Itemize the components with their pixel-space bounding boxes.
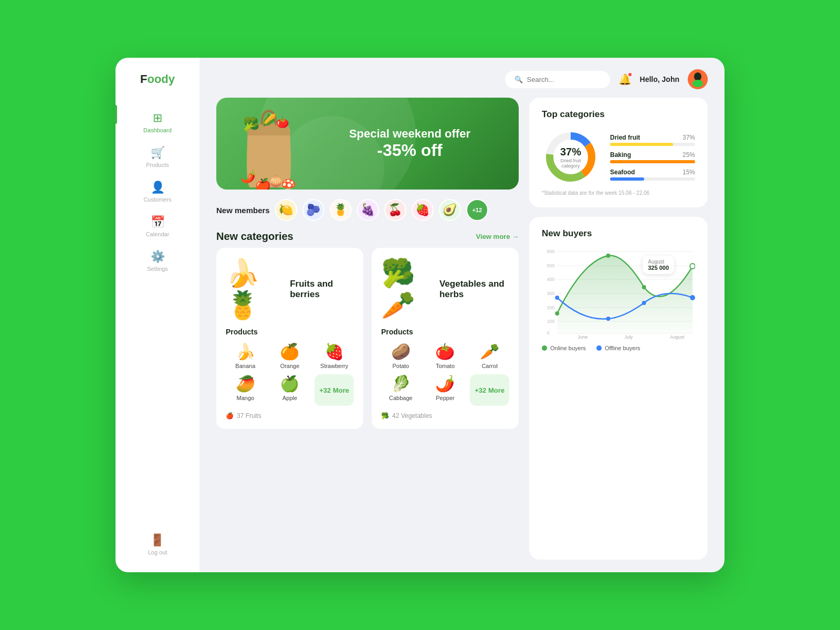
- svg-point-28: [555, 311, 559, 316]
- member-avatar-0[interactable]: 🍋: [275, 199, 297, 221]
- new-categories-section: New categories View more → 🍌🍍 Fruits and…: [216, 230, 519, 429]
- svg-text:June: June: [578, 334, 587, 340]
- mango-label: Mango: [237, 395, 255, 401]
- donut-chart: 37% Dried fruit category: [542, 128, 600, 186]
- vegetables-more-button[interactable]: +32 More: [470, 374, 509, 406]
- logo: Foody: [140, 72, 175, 86]
- member-avatar-3[interactable]: 🍇: [357, 199, 379, 221]
- product-item-orange[interactable]: 🍊 Orange: [270, 342, 310, 369]
- header: 🔍 🔔 Hello, John: [200, 58, 724, 89]
- svg-point-29: [606, 254, 611, 258]
- nav-calendar-wrap: 📅 Calendar: [116, 209, 200, 244]
- strawberry-label: Strawberry: [320, 363, 348, 369]
- legend-pct-seafood: 15%: [682, 169, 695, 176]
- grocery-bag-image: 🥦 🌽 🍅 🌶️ 🍎 🧅 🍄: [232, 98, 306, 190]
- calendar-icon: 📅: [151, 215, 165, 229]
- products-grid-vegetables: 🥔 Potato 🍅 Tomato 🥕 Carrot: [381, 342, 509, 406]
- orange-label: Orange: [280, 363, 300, 369]
- legend-bar-baking: [610, 160, 695, 163]
- fruits-count: 37 Fruits: [237, 412, 261, 419]
- orange-icon: 🍊: [280, 342, 299, 361]
- svg-text:🌶️: 🌶️: [240, 169, 256, 184]
- sidebar-item-products[interactable]: 🛒 Products: [116, 140, 200, 174]
- fruits-image: 🍌🍍: [226, 257, 284, 321]
- view-more-link[interactable]: View more →: [476, 233, 519, 240]
- legend-item-dried-fruit: Dried fruit 37%: [610, 134, 695, 146]
- svg-point-33: [606, 317, 611, 321]
- cabbage-icon: 🥬: [391, 374, 411, 393]
- legend-row-seafood: Seafood 15%: [610, 169, 695, 176]
- sidebar-item-logout[interactable]: 🚪 Log out: [148, 527, 167, 562]
- sidebar-item-label: Customers: [143, 196, 171, 203]
- top-cat-title: Top categories: [542, 109, 695, 120]
- sidebar-item-customers[interactable]: 👤 Customers: [116, 174, 200, 209]
- banana-label: Banana: [235, 363, 255, 369]
- sidebar-item-settings[interactable]: ⚙️ Settings: [116, 244, 200, 278]
- legend-name-seafood: Seafood: [610, 169, 635, 176]
- search-icon: 🔍: [514, 76, 523, 83]
- products-grid-fruits: 🍌 Banana 🍊 Orange 🍓 Strawberry: [226, 342, 354, 406]
- search-bar[interactable]: 🔍: [505, 71, 610, 88]
- product-item-carrot[interactable]: 🥕 Carrot: [470, 342, 509, 369]
- legend-bar-seafood: [610, 177, 695, 181]
- product-item-banana[interactable]: 🍌 Banana: [226, 342, 265, 369]
- svg-text:400: 400: [547, 277, 555, 282]
- member-avatar-5[interactable]: 🍓: [412, 199, 434, 221]
- offer-line1: Special weekend offer: [349, 127, 470, 141]
- cat-header-vegetables: 🥦🥕 Vegetables and herbs: [381, 257, 509, 321]
- customers-icon: 👤: [151, 181, 165, 194]
- svg-point-2: [692, 80, 703, 87]
- product-item-tomato[interactable]: 🍅 Tomato: [426, 342, 465, 369]
- legend-bar-fill-baking: [610, 160, 695, 163]
- svg-point-1: [694, 72, 701, 81]
- vegetables-image: 🥦🥕: [381, 257, 433, 321]
- products-icon: 🛒: [151, 146, 165, 160]
- product-item-cabbage[interactable]: 🥬 Cabbage: [381, 374, 421, 406]
- pepper-label: Pepper: [436, 395, 454, 401]
- member-more[interactable]: +12: [466, 199, 488, 221]
- cat-products-label-fruits: Products: [226, 328, 354, 336]
- potato-icon: 🥔: [391, 342, 411, 361]
- svg-text:🌽: 🌽: [262, 113, 276, 127]
- vegetables-icon-small: 🥦: [381, 412, 389, 419]
- sidebar: Foody ⊞ Dashboard 🛒 Products 👤 Customers…: [116, 58, 200, 572]
- sidebar-item-dashboard[interactable]: ⊞ Dashboard: [116, 105, 200, 140]
- new-buyers-card: New buyers 600 500 400 300 200 100 0: [529, 217, 708, 560]
- product-item-pepper[interactable]: 🌶️ Pepper: [426, 374, 465, 406]
- top-categories-card: Top categories: [529, 98, 708, 207]
- notification-bell[interactable]: 🔔: [618, 73, 632, 86]
- svg-text:July: July: [625, 334, 633, 340]
- member-avatar-1[interactable]: 🫐: [302, 199, 324, 221]
- product-item-strawberry[interactable]: 🍓 Strawberry: [314, 342, 354, 369]
- pepper-icon: 🌶️: [435, 374, 455, 393]
- svg-text:August: August: [670, 334, 685, 340]
- member-avatar-4[interactable]: 🍒: [384, 199, 406, 221]
- avatar[interactable]: [688, 69, 708, 89]
- offline-buyers-legend: Offline buyers: [596, 345, 640, 351]
- cat-name-fruits: Fruits and berries: [290, 279, 354, 300]
- logout-label: Log out: [148, 549, 167, 555]
- member-avatar-2[interactable]: 🍍: [330, 199, 352, 221]
- mango-icon: 🥭: [236, 374, 255, 393]
- search-input[interactable]: [527, 76, 601, 83]
- product-item-potato[interactable]: 🥔 Potato: [381, 342, 421, 369]
- logo-f: F: [140, 72, 147, 86]
- header-right: 🔔 Hello, John: [618, 69, 708, 89]
- top-cat-content: 37% Dried fruit category Dried fruit 37%: [542, 128, 695, 186]
- stat-note: *Statistical data are for the week 15.06…: [542, 190, 695, 196]
- legend-name-baking: Baking: [610, 151, 631, 159]
- product-item-apple[interactable]: 🍏 Apple: [270, 374, 310, 406]
- legend-pct-baking: 25%: [682, 151, 695, 159]
- svg-text:500: 500: [547, 263, 555, 268]
- sidebar-bottom: 🚪 Log out: [148, 527, 167, 562]
- svg-point-32: [555, 296, 559, 300]
- fruits-more-button[interactable]: +32 More: [314, 374, 354, 406]
- tooltip-value: 325 000: [648, 265, 669, 271]
- cat-products-label-vegetables: Products: [381, 328, 509, 336]
- left-column: 🥦 🌽 🍅 🌶️ 🍎 🧅 🍄 Special weekend offer -35…: [216, 98, 519, 560]
- svg-point-31: [690, 264, 695, 269]
- product-item-mango[interactable]: 🥭 Mango: [226, 374, 265, 406]
- svg-text:🥦: 🥦: [243, 116, 260, 132]
- member-avatar-6[interactable]: 🥑: [439, 199, 461, 221]
- sidebar-item-calendar[interactable]: 📅 Calendar: [116, 209, 200, 244]
